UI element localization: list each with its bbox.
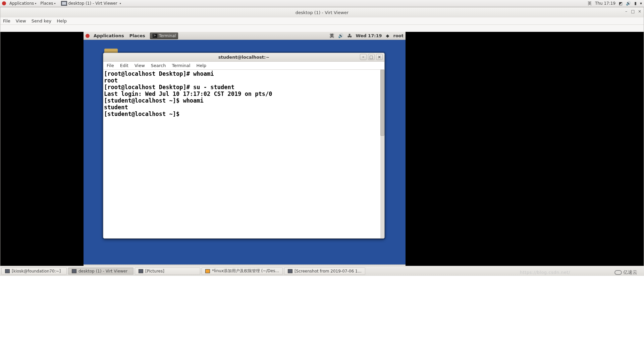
- yisuyun-watermark: 亿速云: [614, 269, 637, 276]
- terminal-menu-bar: File Edit View Search Terminal Help: [103, 62, 384, 70]
- terminal-window[interactable]: student@localhost:~ – □ × File Edit View…: [103, 53, 385, 239]
- host-task-gedit[interactable]: *linux添加用户及权限管理 (~/Des...: [202, 267, 283, 275]
- csdn-watermark: https://blog.csdn.net/: [520, 270, 570, 275]
- virt-close-button[interactable]: ×: [638, 9, 642, 13]
- battery-icon[interactable]: ▮: [634, 1, 637, 6]
- host-task-virtviewer[interactable]: desktop (1) - Virt Viewer: [68, 267, 133, 275]
- host-task-kiosk[interactable]: [kiosk@foundation70:~]: [1, 267, 67, 275]
- vm-clock[interactable]: Wed 17:19: [356, 33, 382, 38]
- terminal-menu-view[interactable]: View: [135, 63, 145, 68]
- terminal-icon: [152, 34, 158, 38]
- terminal-menu-terminal[interactable]: Terminal: [172, 63, 190, 68]
- virt-maximize-button[interactable]: □: [631, 9, 635, 13]
- display-icon: [72, 269, 76, 273]
- vm-desktop[interactable]: Applications Places Terminal 英 🔊 🖧 Wed 1…: [84, 32, 406, 273]
- volume-icon[interactable]: 🔊: [626, 1, 631, 6]
- vm-volume-icon[interactable]: 🔊: [338, 33, 343, 38]
- host-places-menu[interactable]: Places▾: [38, 1, 57, 6]
- host-applications-menu[interactable]: Applications▾: [7, 1, 38, 6]
- vm-applications-menu[interactable]: Applications: [91, 33, 127, 38]
- host-task-imageviewer[interactable]: [Screenshot from 2019-07-06 1...: [284, 267, 365, 275]
- yisuyun-logo-icon: [614, 270, 622, 275]
- folder-icon: [139, 269, 143, 273]
- terminal-maximize-button[interactable]: □: [368, 54, 375, 60]
- vm-power-icon[interactable]: ◆: [386, 33, 389, 38]
- virt-menu-bar: File View Send key Help: [0, 17, 644, 25]
- terminal-menu-help[interactable]: Help: [196, 63, 206, 68]
- ime-indicator[interactable]: 英: [588, 1, 592, 6]
- terminal-icon: [5, 269, 10, 273]
- blank-area: [0, 276, 644, 362]
- terminal-minimize-button[interactable]: –: [360, 54, 367, 60]
- virt-window-title: desktop (1) - Virt Viewer: [296, 10, 348, 15]
- virt-menu-file[interactable]: File: [3, 18, 10, 23]
- vm-framebuffer[interactable]: Applications Places Terminal 英 🔊 🖧 Wed 1…: [0, 32, 644, 273]
- terminal-menu-edit[interactable]: Edit: [120, 63, 128, 68]
- terminal-scrollbar[interactable]: [380, 70, 384, 238]
- host-task-pictures[interactable]: [Pictures]: [135, 267, 200, 275]
- user-menu-caret-icon[interactable]: ▾: [640, 1, 642, 6]
- display-icon: [61, 1, 67, 6]
- editor-icon: [205, 269, 210, 273]
- vm-user-label[interactable]: root: [393, 33, 404, 38]
- terminal-menu-file[interactable]: File: [107, 63, 114, 68]
- terminal-output: [root@localhost Desktop]# whoami root [r…: [104, 70, 384, 117]
- terminal-title-bar[interactable]: student@localhost:~ – □ ×: [103, 53, 384, 62]
- vm-top-panel: Applications Places Terminal 英 🔊 🖧 Wed 1…: [84, 32, 406, 40]
- host-virtviewer-task[interactable]: desktop (1) - Virt Viewer▾: [61, 1, 121, 6]
- virt-minimize-button[interactable]: –: [624, 9, 628, 13]
- virt-title-bar[interactable]: desktop (1) - Virt Viewer – □ ×: [0, 7, 644, 17]
- terminal-close-button[interactable]: ×: [376, 54, 383, 60]
- vm-terminal-task[interactable]: Terminal: [150, 33, 178, 39]
- virt-menu-sendkey[interactable]: Send key: [32, 18, 52, 23]
- a11y-icon[interactable]: ◩: [619, 1, 623, 6]
- host-clock[interactable]: Thu 17:19: [595, 1, 615, 6]
- terminal-menu-search[interactable]: Search: [151, 63, 166, 68]
- virt-menu-view[interactable]: View: [16, 18, 26, 23]
- terminal-title: student@localhost:~: [218, 55, 269, 60]
- vm-network-icon[interactable]: 🖧: [347, 33, 352, 38]
- folder-icon[interactable]: [104, 49, 118, 53]
- host-tray: 英 Thu 17:19 ◩ 🔊 ▮ ▾: [588, 1, 642, 6]
- terminal-body[interactable]: [root@localhost Desktop]# whoami root [r…: [103, 70, 384, 238]
- host-top-panel: Applications▾ Places▾ desktop (1) - Virt…: [0, 0, 644, 7]
- image-icon: [288, 269, 292, 273]
- redhat-icon: [2, 1, 6, 5]
- vm-ime-indicator[interactable]: 英: [330, 33, 334, 39]
- redhat-icon: [86, 34, 90, 38]
- virt-viewer-window: desktop (1) - Virt Viewer – □ × File Vie…: [0, 7, 644, 266]
- virt-menu-help[interactable]: Help: [57, 18, 67, 23]
- vm-places-menu[interactable]: Places: [127, 33, 148, 38]
